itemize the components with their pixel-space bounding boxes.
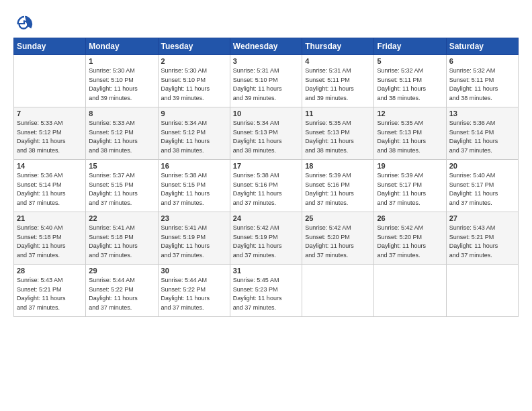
- calendar-cell: 21Sunrise: 5:40 AM Sunset: 5:18 PM Dayli…: [14, 212, 86, 265]
- day-info: Sunrise: 5:40 AM Sunset: 5:18 PM Dayligh…: [17, 224, 83, 260]
- day-info: Sunrise: 5:43 AM Sunset: 5:21 PM Dayligh…: [449, 224, 515, 260]
- week-row-3: 14Sunrise: 5:36 AM Sunset: 5:14 PM Dayli…: [14, 160, 519, 212]
- day-number: 31: [233, 267, 299, 275]
- calendar-cell: 22Sunrise: 5:41 AM Sunset: 5:18 PM Dayli…: [86, 212, 158, 265]
- calendar-cell: 20Sunrise: 5:40 AM Sunset: 5:17 PM Dayli…: [446, 160, 518, 212]
- day-info: Sunrise: 5:40 AM Sunset: 5:17 PM Dayligh…: [449, 171, 515, 208]
- logo: [13, 15, 34, 34]
- day-number: 6: [449, 57, 515, 65]
- day-number: 20: [449, 162, 515, 170]
- day-info: Sunrise: 5:44 AM Sunset: 5:22 PM Dayligh…: [89, 276, 154, 312]
- day-info: Sunrise: 5:39 AM Sunset: 5:17 PM Dayligh…: [377, 171, 443, 208]
- calendar-cell: 5Sunrise: 5:32 AM Sunset: 5:11 PM Daylig…: [374, 55, 446, 107]
- calendar-cell: 29Sunrise: 5:44 AM Sunset: 5:22 PM Dayli…: [86, 265, 158, 317]
- day-number: 16: [161, 162, 227, 170]
- day-info: Sunrise: 5:41 AM Sunset: 5:18 PM Dayligh…: [89, 224, 154, 260]
- header-cell-sunday: Sunday: [14, 38, 86, 55]
- calendar-cell: 30Sunrise: 5:44 AM Sunset: 5:22 PM Dayli…: [158, 265, 230, 317]
- day-info: Sunrise: 5:37 AM Sunset: 5:15 PM Dayligh…: [89, 171, 154, 208]
- day-info: Sunrise: 5:36 AM Sunset: 5:14 PM Dayligh…: [449, 119, 515, 155]
- day-info: Sunrise: 5:36 AM Sunset: 5:14 PM Dayligh…: [17, 171, 83, 208]
- day-number: 14: [17, 162, 83, 170]
- day-number: 1: [89, 57, 154, 65]
- calendar-cell: 14Sunrise: 5:36 AM Sunset: 5:14 PM Dayli…: [14, 160, 86, 212]
- day-info: Sunrise: 5:45 AM Sunset: 5:23 PM Dayligh…: [233, 276, 299, 312]
- day-info: Sunrise: 5:35 AM Sunset: 5:13 PM Dayligh…: [305, 119, 371, 155]
- day-info: Sunrise: 5:30 AM Sunset: 5:10 PM Dayligh…: [89, 66, 154, 103]
- calendar-cell: 16Sunrise: 5:38 AM Sunset: 5:15 PM Dayli…: [158, 160, 230, 212]
- day-number: 5: [377, 57, 443, 65]
- calendar-table: SundayMondayTuesdayWednesdayThursdayFrid…: [13, 38, 519, 317]
- calendar-cell: 4Sunrise: 5:31 AM Sunset: 5:11 PM Daylig…: [302, 55, 374, 107]
- day-info: Sunrise: 5:42 AM Sunset: 5:20 PM Dayligh…: [377, 224, 443, 260]
- day-number: 19: [377, 162, 443, 170]
- week-row-5: 28Sunrise: 5:43 AM Sunset: 5:21 PM Dayli…: [14, 265, 519, 317]
- calendar-cell: 17Sunrise: 5:38 AM Sunset: 5:16 PM Dayli…: [230, 160, 302, 212]
- day-info: Sunrise: 5:42 AM Sunset: 5:20 PM Dayligh…: [305, 224, 371, 260]
- day-info: Sunrise: 5:41 AM Sunset: 5:19 PM Dayligh…: [161, 224, 227, 260]
- day-info: Sunrise: 5:39 AM Sunset: 5:16 PM Dayligh…: [305, 171, 371, 208]
- day-info: Sunrise: 5:33 AM Sunset: 5:12 PM Dayligh…: [89, 119, 154, 155]
- day-number: 27: [449, 214, 515, 222]
- day-number: 15: [89, 162, 154, 170]
- calendar-cell: 27Sunrise: 5:43 AM Sunset: 5:21 PM Dayli…: [446, 212, 518, 265]
- day-number: 8: [89, 109, 154, 118]
- calendar-cell: 15Sunrise: 5:37 AM Sunset: 5:15 PM Dayli…: [86, 160, 158, 212]
- calendar-cell: 3Sunrise: 5:31 AM Sunset: 5:10 PM Daylig…: [230, 55, 302, 107]
- calendar-cell: 23Sunrise: 5:41 AM Sunset: 5:19 PM Dayli…: [158, 212, 230, 265]
- calendar-cell: 2Sunrise: 5:30 AM Sunset: 5:10 PM Daylig…: [158, 55, 230, 107]
- day-info: Sunrise: 5:44 AM Sunset: 5:22 PM Dayligh…: [161, 276, 227, 312]
- day-number: 28: [17, 267, 83, 275]
- week-row-1: 1Sunrise: 5:30 AM Sunset: 5:10 PM Daylig…: [14, 55, 519, 107]
- day-number: 2: [161, 57, 227, 65]
- day-number: 11: [305, 109, 371, 118]
- day-number: 7: [17, 109, 83, 118]
- day-info: Sunrise: 5:34 AM Sunset: 5:13 PM Dayligh…: [233, 119, 299, 155]
- calendar-page: SundayMondayTuesdayWednesdayThursdayFrid…: [0, 0, 532, 411]
- header-cell-thursday: Thursday: [302, 38, 374, 55]
- header-cell-tuesday: Tuesday: [158, 38, 230, 55]
- header-cell-saturday: Saturday: [446, 38, 518, 55]
- calendar-cell: [374, 265, 446, 317]
- calendar-cell: 19Sunrise: 5:39 AM Sunset: 5:17 PM Dayli…: [374, 160, 446, 212]
- calendar-cell: [14, 55, 86, 107]
- day-info: Sunrise: 5:31 AM Sunset: 5:11 PM Dayligh…: [305, 66, 371, 103]
- calendar-cell: 25Sunrise: 5:42 AM Sunset: 5:20 PM Dayli…: [302, 212, 374, 265]
- calendar-cell: 11Sunrise: 5:35 AM Sunset: 5:13 PM Dayli…: [302, 107, 374, 160]
- calendar-cell: [302, 265, 374, 317]
- day-number: 17: [233, 162, 299, 170]
- day-number: 9: [161, 109, 227, 118]
- calendar-body: 1Sunrise: 5:30 AM Sunset: 5:10 PM Daylig…: [14, 55, 519, 317]
- day-number: 22: [89, 214, 154, 222]
- calendar-cell: 9Sunrise: 5:34 AM Sunset: 5:12 PM Daylig…: [158, 107, 230, 160]
- day-number: 30: [161, 267, 227, 275]
- calendar-cell: 6Sunrise: 5:32 AM Sunset: 5:11 PM Daylig…: [446, 55, 518, 107]
- calendar-cell: 18Sunrise: 5:39 AM Sunset: 5:16 PM Dayli…: [302, 160, 374, 212]
- day-number: 18: [305, 162, 371, 170]
- header-cell-wednesday: Wednesday: [230, 38, 302, 55]
- day-number: 21: [17, 214, 83, 222]
- header-cell-monday: Monday: [86, 38, 158, 55]
- day-number: 23: [161, 214, 227, 222]
- header-cell-friday: Friday: [374, 38, 446, 55]
- calendar-cell: 1Sunrise: 5:30 AM Sunset: 5:10 PM Daylig…: [86, 55, 158, 107]
- day-info: Sunrise: 5:32 AM Sunset: 5:11 PM Dayligh…: [377, 66, 443, 103]
- calendar-cell: 12Sunrise: 5:35 AM Sunset: 5:13 PM Dayli…: [374, 107, 446, 160]
- day-number: 29: [89, 267, 154, 275]
- day-number: 26: [377, 214, 443, 222]
- calendar-cell: 24Sunrise: 5:42 AM Sunset: 5:19 PM Dayli…: [230, 212, 302, 265]
- calendar-cell: 28Sunrise: 5:43 AM Sunset: 5:21 PM Dayli…: [14, 265, 86, 317]
- day-info: Sunrise: 5:42 AM Sunset: 5:19 PM Dayligh…: [233, 224, 299, 260]
- calendar-cell: 31Sunrise: 5:45 AM Sunset: 5:23 PM Dayli…: [230, 265, 302, 317]
- calendar-cell: 7Sunrise: 5:33 AM Sunset: 5:12 PM Daylig…: [14, 107, 86, 160]
- day-number: 13: [449, 109, 515, 118]
- logo-icon: [15, 15, 34, 34]
- day-info: Sunrise: 5:31 AM Sunset: 5:10 PM Dayligh…: [233, 66, 299, 103]
- calendar-cell: [446, 265, 518, 317]
- week-row-4: 21Sunrise: 5:40 AM Sunset: 5:18 PM Dayli…: [14, 212, 519, 265]
- day-number: 12: [377, 109, 443, 118]
- day-number: 10: [233, 109, 299, 118]
- day-number: 25: [305, 214, 371, 222]
- calendar-cell: 13Sunrise: 5:36 AM Sunset: 5:14 PM Dayli…: [446, 107, 518, 160]
- day-info: Sunrise: 5:30 AM Sunset: 5:10 PM Dayligh…: [161, 66, 227, 103]
